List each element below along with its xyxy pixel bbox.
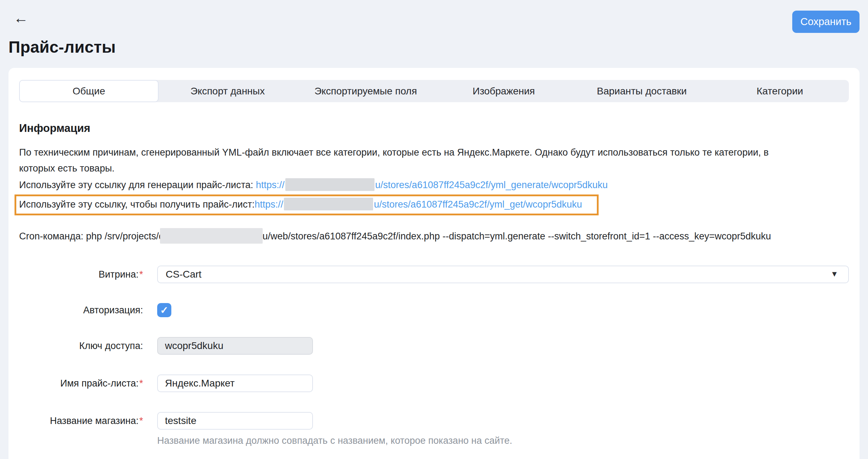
shop-name-row: Название магазина:* Название магазина до… — [19, 412, 849, 446]
get-link-line: Используйте эту ссылку, чтобы получить п… — [19, 199, 582, 210]
tab-images[interactable]: Изображения — [435, 80, 573, 102]
info-paragraph-line2: которых есть товары. — [19, 161, 849, 176]
redacted-area — [285, 178, 375, 191]
generate-link-line: Используйте эту ссылку для генерации пра… — [19, 177, 849, 193]
authorization-label: Авторизация: — [19, 305, 143, 316]
storefront-select-value: CS-Cart — [166, 269, 201, 280]
required-mark: * — [139, 416, 143, 426]
tab-categories[interactable]: Категории — [711, 80, 849, 102]
content-card: Общие Экспорт данных Экспортируемые поля… — [8, 68, 860, 459]
tab-shipping-options[interactable]: Варианты доставки — [573, 80, 711, 102]
topbar: ← Сохранить — [0, 0, 868, 35]
authorization-checkbox[interactable]: ✓ — [157, 303, 171, 317]
info-section-heading: Информация — [19, 122, 849, 135]
storefront-row: Витрина:* CS-Cart ▼ — [19, 266, 849, 283]
yml-get-link[interactable]: https://u/stores/a61087ff245a9c2f/yml_ge… — [255, 199, 582, 210]
cron-command-prefix: php /srv/projects/d — [86, 231, 164, 242]
shop-name-label: Название магазина:* — [19, 412, 143, 426]
chevron-down-icon: ▼ — [830, 269, 838, 279]
back-arrow-icon[interactable]: ← — [13, 11, 28, 25]
redacted-area — [284, 198, 373, 210]
required-mark: * — [139, 269, 143, 280]
access-key-row: Ключ доступа: — [19, 337, 849, 355]
shop-name-hint: Название магазина должно совпадать с наз… — [157, 435, 849, 446]
access-key-field — [157, 337, 313, 355]
required-mark: * — [139, 378, 143, 389]
storefront-select[interactable]: CS-Cart ▼ — [157, 266, 849, 283]
tab-data-export[interactable]: Экспорт данных — [159, 80, 297, 102]
cron-command-line: Cron-команда: php /srv/projects/du/web/s… — [19, 228, 849, 246]
generate-link-label: Используйте эту ссылку для генерации пра… — [19, 180, 256, 190]
page-title: Прайс-листы — [8, 37, 868, 57]
tab-bar: Общие Экспорт данных Экспортируемые поля… — [19, 80, 849, 102]
info-paragraph-line1: По техническим причинам, сгенерированный… — [19, 145, 849, 161]
cron-command-suffix: u/web/stores/a61087ff245a9c2f/index.php … — [263, 231, 771, 242]
price-list-form: Витрина:* CS-Cart ▼ Авторизация: ✓ Ключ — [19, 266, 849, 446]
price-list-name-label: Имя прайс-листа:* — [19, 378, 143, 389]
price-list-name-row: Имя прайс-листа:* — [19, 374, 849, 392]
tab-general[interactable]: Общие — [19, 80, 159, 102]
shop-name-field[interactable] — [157, 412, 313, 430]
authorization-row: Авторизация: ✓ — [19, 303, 849, 317]
price-list-name-field[interactable] — [157, 374, 313, 392]
yml-generate-link[interactable]: https://u/stores/a61087ff245a9c2f/yml_ge… — [256, 180, 608, 190]
get-link-label: Используйте эту ссылку, чтобы получить п… — [19, 199, 255, 210]
access-key-label: Ключ доступа: — [19, 341, 143, 351]
highlight-annotation: Используйте эту ссылку, чтобы получить п… — [15, 194, 599, 215]
checkmark-icon: ✓ — [160, 304, 168, 316]
save-button[interactable]: Сохранить — [792, 11, 860, 33]
tab-exported-fields[interactable]: Экспортируемые поля — [297, 80, 435, 102]
redacted-area — [160, 228, 263, 244]
storefront-label: Витрина:* — [19, 269, 143, 280]
cron-label: Cron-команда: — [19, 231, 86, 242]
